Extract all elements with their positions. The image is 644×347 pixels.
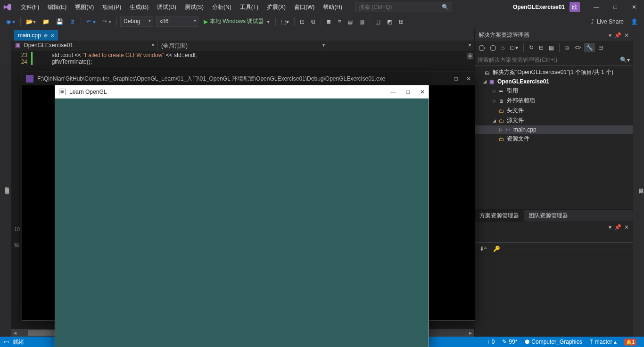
gl-minimize[interactable]: ―: [390, 89, 396, 95]
key-icon[interactable]: 🔑: [491, 244, 502, 254]
pin-icon[interactable]: ⊕: [44, 33, 48, 38]
gl-titlebar[interactable]: ▦ Learn OpenGL ― □ ✕: [55, 85, 429, 99]
tb-icon-1[interactable]: ⬚▾: [278, 17, 292, 27]
vs-logo-icon: [3, 2, 12, 12]
se-view-icon[interactable]: <>: [572, 43, 583, 52]
outdent-button[interactable]: ≡: [335, 17, 344, 27]
menu-file[interactable]: 文件(F): [17, 1, 43, 13]
se-sol-icon[interactable]: 🗀▾: [508, 43, 520, 52]
undo-button[interactable]: ↶ ▾: [83, 17, 98, 27]
se-home-icon[interactable]: ⌂: [499, 43, 506, 52]
context-scope-select[interactable]: (全局范围): [157, 41, 328, 51]
gl-maximize[interactable]: □: [406, 89, 410, 95]
menu-project[interactable]: 项目(P): [99, 1, 125, 13]
panel-pin-icon[interactable]: 📌: [614, 32, 621, 39]
se-collapse-icon[interactable]: ⊟: [537, 43, 545, 52]
tree-project[interactable]: ◢ ▣ OpenGLExercise01: [475, 77, 633, 86]
se-prop-icon[interactable]: ⧉: [563, 43, 571, 52]
close-button[interactable]: ✕: [627, 1, 641, 13]
se-wrench-icon[interactable]: 🔧: [584, 43, 595, 52]
tab-team-explorer[interactable]: 团队资源管理器: [524, 210, 573, 222]
editor-tab-main[interactable]: main.cpp ⊕ ✕: [14, 30, 58, 41]
panel-pin-icon[interactable]: 📌: [614, 224, 621, 231]
tb-icon-4[interactable]: ◩: [384, 17, 395, 27]
menu-build[interactable]: 生成(B): [126, 1, 152, 13]
tree-sources[interactable]: ◢ 🗀 源文件: [475, 116, 633, 125]
menu-tools[interactable]: 工具(T): [236, 1, 262, 13]
close-tab-icon[interactable]: ✕: [50, 33, 54, 38]
context-project-select[interactable]: ▣ OpenGLExercise01: [11, 41, 157, 51]
back-nav-button[interactable]: ◉ ▾: [3, 17, 18, 27]
search-icon: 🔍▾: [620, 57, 630, 63]
menu-extensions[interactable]: 扩展(X): [263, 1, 289, 13]
save-all-button[interactable]: 🗎: [67, 17, 78, 27]
tree-external-deps[interactable]: ▷ 🗎 外部依赖项: [475, 96, 633, 106]
tree-references[interactable]: ▷ ▪▪ 引用: [475, 86, 633, 96]
se-sync-icon[interactable]: ↻: [527, 43, 536, 52]
solution-search[interactable]: 🔍▾: [475, 54, 633, 66]
tb-icon-5[interactable]: ⊞: [396, 17, 406, 27]
line-number: 23: [11, 52, 31, 58]
uncomment-button[interactable]: ▥: [356, 17, 367, 27]
redo-button[interactable]: ↷ ▾: [99, 17, 114, 27]
bookmark-button[interactable]: ◫: [372, 17, 383, 27]
opengl-window[interactable]: ▦ Learn OpenGL ― □ ✕: [55, 85, 429, 347]
menu-edit[interactable]: 编辑(E): [44, 1, 70, 13]
se-showall-icon[interactable]: ▦: [547, 43, 556, 52]
panel-dropdown-icon[interactable]: ▾: [609, 32, 611, 39]
run-debug-button[interactable]: ▶ 本地 Windows 调试器 ▾: [200, 16, 273, 27]
scroll-thumb[interactable]: [28, 330, 57, 336]
open-button[interactable]: 📁: [40, 17, 52, 27]
tab-solution-explorer[interactable]: 方案资源管理器: [475, 210, 524, 222]
se-fwd-icon[interactable]: ◯: [488, 43, 498, 52]
platform-select[interactable]: x86: [156, 17, 198, 27]
menu-test[interactable]: 测试(S): [181, 1, 207, 13]
comment-button[interactable]: ▤: [345, 17, 355, 27]
status-publish[interactable]: ↑ 0: [483, 339, 499, 346]
server-explorer-tab[interactable]: 服务器资源管理器: [2, 181, 11, 189]
user-avatar[interactable]: 欣: [570, 2, 580, 12]
panel-close-icon[interactable]: ✕: [624, 32, 629, 39]
panel-close-icon[interactable]: ✕: [624, 224, 629, 231]
tree-headers[interactable]: 🗀 头文件: [475, 106, 633, 116]
menu-view[interactable]: 视图(V): [71, 1, 98, 13]
tree-solution-root[interactable]: 🗂 解决方案"OpenGLExercise01"(1 个项目/共 1 个): [475, 67, 633, 77]
global-search[interactable]: 🔍: [355, 2, 452, 12]
tree-resources[interactable]: 🗀 资源文件: [475, 134, 633, 144]
categorize-icon[interactable]: ⬇ᴬ: [478, 244, 488, 254]
se-diff-icon[interactable]: ⊟: [596, 43, 605, 52]
prop-select[interactable]: [475, 232, 633, 243]
live-share-button[interactable]: ⤴ Live Share: [587, 17, 627, 27]
tb-icon-3[interactable]: ⧉: [308, 17, 318, 27]
menu-analyze[interactable]: 分析(N): [208, 1, 235, 13]
tb-icon-2[interactable]: ⊡: [297, 17, 307, 27]
se-back-icon[interactable]: ◯: [477, 43, 487, 52]
feedback-button[interactable]: 👤: [628, 17, 641, 27]
indent-button[interactable]: ≣: [323, 17, 334, 27]
solution-search-input[interactable]: [478, 57, 620, 63]
status-repo[interactable]: ⬢ Computer_Graphics: [521, 339, 586, 346]
console-close[interactable]: ✕: [466, 75, 471, 82]
scroll-left-icon[interactable]: ◂: [11, 330, 19, 336]
tree-main-cpp[interactable]: ▷ ++ main.cpp: [475, 125, 633, 134]
split-icon[interactable]: ╪: [467, 53, 473, 59]
menu-debug[interactable]: 调试(D): [153, 1, 180, 13]
maximize-button[interactable]: □: [608, 1, 622, 13]
console-maximize[interactable]: □: [454, 75, 458, 82]
global-search-input[interactable]: [359, 4, 442, 10]
status-changes[interactable]: ✎ 99*: [498, 339, 521, 346]
menu-window[interactable]: 窗口(W): [290, 1, 318, 13]
gl-close[interactable]: ✕: [420, 89, 425, 95]
context-member-select[interactable]: [328, 41, 474, 51]
menu-help[interactable]: 帮助(H): [319, 1, 346, 13]
minimize-button[interactable]: ―: [589, 1, 603, 13]
console-titlebar[interactable]: F:\QinNian'GitHub\Computer_Graphics\Open…: [22, 72, 475, 85]
status-branch[interactable]: ᛘ master ▴: [586, 339, 621, 346]
scroll-right-icon[interactable]: ▸: [467, 330, 474, 336]
config-select[interactable]: Debug: [120, 17, 153, 27]
save-button[interactable]: 💾: [53, 17, 66, 27]
console-minimize[interactable]: ―: [440, 75, 446, 82]
status-notifications[interactable]: 🔔1: [620, 339, 640, 346]
new-project-button[interactable]: 📂▾: [23, 17, 39, 27]
panel-dropdown-icon[interactable]: ▾: [609, 224, 611, 231]
